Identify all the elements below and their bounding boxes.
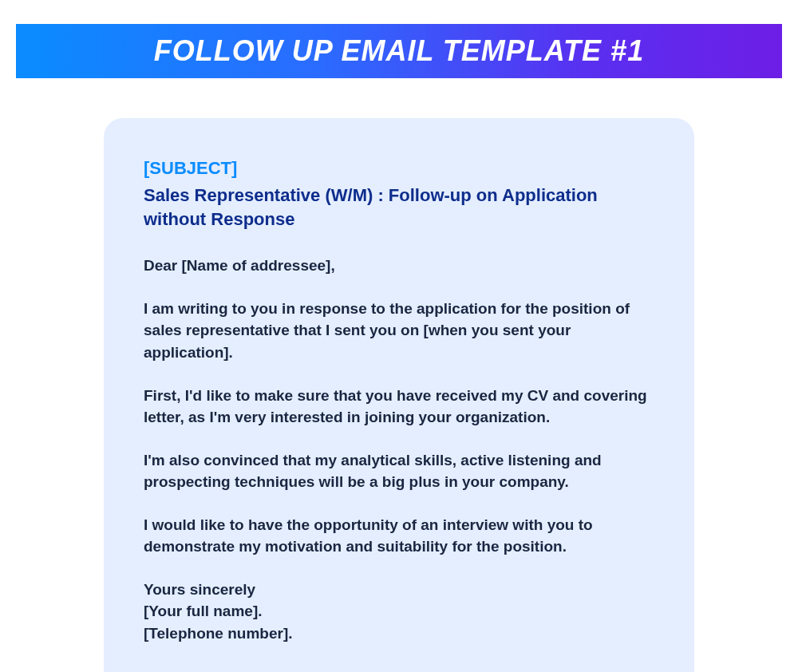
greeting: Dear [Name of addressee], [144, 255, 654, 277]
closing-name: [Your full name]. [144, 600, 654, 623]
subject-label: [SUBJECT] [144, 158, 654, 179]
closing-phone: [Telephone number]. [144, 623, 654, 645]
paragraph-2: First, I'd like to make sure that you ha… [144, 385, 654, 429]
header-banner: FOLLOW UP EMAIL TEMPLATE #1 [16, 24, 782, 78]
header-title: FOLLOW UP EMAIL TEMPLATE #1 [154, 34, 644, 68]
paragraph-4: I would like to have the opportunity of … [144, 514, 654, 558]
paragraph-3: I'm also convinced that my analytical sk… [144, 449, 654, 493]
email-template-card: [SUBJECT] Sales Representative (W/M) : F… [104, 118, 694, 672]
closing-block: Yours sincerely [Your full name]. [Telep… [144, 579, 654, 645]
closing-salutation: Yours sincerely [144, 579, 654, 601]
paragraph-1: I am writing to you in response to the a… [144, 298, 654, 364]
subject-line: Sales Representative (W/M) : Follow-up o… [144, 184, 654, 231]
